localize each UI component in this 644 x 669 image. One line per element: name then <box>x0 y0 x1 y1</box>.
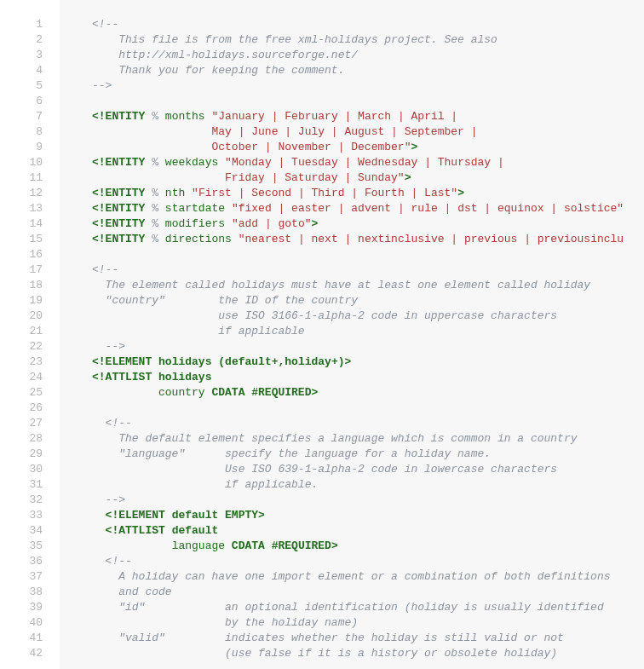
code-line: country CDATA #REQUIRED> <box>92 385 644 401</box>
code-block: 1234567891011121314151617181920212223242… <box>0 0 644 669</box>
line-number: 40 <box>0 615 43 631</box>
line-number: 18 <box>0 278 43 293</box>
line-number: 15 <box>0 232 43 247</box>
code-line: language CDATA #REQUIRED> <box>92 539 644 554</box>
code-body: <!-- This file is from the free xml-holi… <box>60 0 644 669</box>
code-line <box>92 94 644 109</box>
code-line: <!ELEMENT default EMPTY> <box>92 508 644 523</box>
line-number: 7 <box>0 109 43 124</box>
code-line: <!-- <box>92 262 644 278</box>
line-number: 41 <box>0 631 43 646</box>
code-line: if applicable. <box>92 477 644 493</box>
line-number: 9 <box>0 140 43 155</box>
line-number: 17 <box>0 262 43 278</box>
code-line: by the holiday name) <box>92 615 644 631</box>
line-number: 14 <box>0 216 43 232</box>
line-number: 37 <box>0 569 43 585</box>
code-line: May | June | July | August | September | <box>92 124 644 140</box>
line-number: 24 <box>0 370 43 385</box>
line-number: 1 <box>0 17 43 32</box>
line-number: 26 <box>0 401 43 416</box>
line-number: 34 <box>0 523 43 539</box>
line-number: 20 <box>0 309 43 324</box>
line-number: 21 <box>0 324 43 339</box>
line-number: 3 <box>0 48 43 63</box>
code-line: <!ENTITY % weekdays "Monday | Tuesday | … <box>92 155 644 170</box>
line-number: 30 <box>0 462 43 477</box>
code-line: The element called holidays must have at… <box>92 278 644 293</box>
code-line: <!ELEMENT holidays (default+,holiday+)> <box>92 355 644 370</box>
code-line: <!ENTITY % modifiers "add | goto"> <box>92 216 644 232</box>
code-line: "language" specify the language for a ho… <box>92 447 644 462</box>
code-line: "country" the ID of the country <box>92 293 644 309</box>
code-line: use ISO 3166-1-alpha-2 code in uppercase… <box>92 309 644 324</box>
code-line: <!ATTLIST holidays <box>92 370 644 385</box>
line-number: 36 <box>0 554 43 569</box>
code-line: <!ENTITY % nth "First | Second | Third |… <box>92 186 644 201</box>
code-line: "valid" indicates whether the holiday is… <box>92 631 644 646</box>
line-number: 28 <box>0 431 43 447</box>
line-number: 5 <box>0 78 43 94</box>
code-line: "id" an optional identification (holiday… <box>92 600 644 615</box>
line-number: 29 <box>0 447 43 462</box>
code-line: <!-- <box>92 416 644 431</box>
line-number: 42 <box>0 646 43 661</box>
line-number: 23 <box>0 355 43 370</box>
line-number: 27 <box>0 416 43 431</box>
line-number: 13 <box>0 201 43 216</box>
line-number: 11 <box>0 170 43 186</box>
code-line: <!ENTITY % months "January | February | … <box>92 109 644 124</box>
line-number: 35 <box>0 539 43 554</box>
code-line: <!-- <box>92 17 644 32</box>
line-number: 38 <box>0 585 43 600</box>
code-line: A holiday can have one import element or… <box>92 569 644 585</box>
code-line: --> <box>92 339 644 355</box>
code-line: <!ATTLIST default <box>92 523 644 539</box>
line-gutter: 1234567891011121314151617181920212223242… <box>0 0 51 669</box>
code-line: and code <box>92 585 644 600</box>
line-number: 39 <box>0 600 43 615</box>
line-number: 32 <box>0 493 43 508</box>
line-number: 22 <box>0 339 43 355</box>
code-line: if applicable <box>92 324 644 339</box>
code-line: <!ENTITY % directions "nearest | next | … <box>92 232 644 247</box>
code-line: The default element specifies a language… <box>92 431 644 447</box>
code-line: Friday | Saturday | Sunday"> <box>92 170 644 186</box>
code-line: --> <box>92 493 644 508</box>
code-line: (use false if it is a history or obsolet… <box>92 646 644 661</box>
line-number: 33 <box>0 508 43 523</box>
line-number: 31 <box>0 477 43 493</box>
code-line: Thank you for keeping the comment. <box>92 63 644 78</box>
line-number: 16 <box>0 247 43 262</box>
line-number: 12 <box>0 186 43 201</box>
code-line: --> <box>92 78 644 94</box>
line-number: 10 <box>0 155 43 170</box>
code-line: http://xml-holidays.sourceforge.net/ <box>92 48 644 63</box>
line-number: 8 <box>0 124 43 140</box>
line-number: 19 <box>0 293 43 309</box>
line-number: 6 <box>0 94 43 109</box>
code-line <box>92 401 644 416</box>
line-number: 2 <box>0 32 43 48</box>
code-line: <!-- <box>92 554 644 569</box>
code-line: <!ENTITY % startdate "fixed | easter | a… <box>92 201 644 216</box>
code-line: Use ISO 639-1-alpha-2 code in lowercase … <box>92 462 644 477</box>
code-line <box>92 247 644 262</box>
code-line: This file is from the free xml-holidays … <box>92 32 644 48</box>
line-number: 4 <box>0 63 43 78</box>
line-number: 25 <box>0 385 43 401</box>
code-line: October | November | December"> <box>92 140 644 155</box>
